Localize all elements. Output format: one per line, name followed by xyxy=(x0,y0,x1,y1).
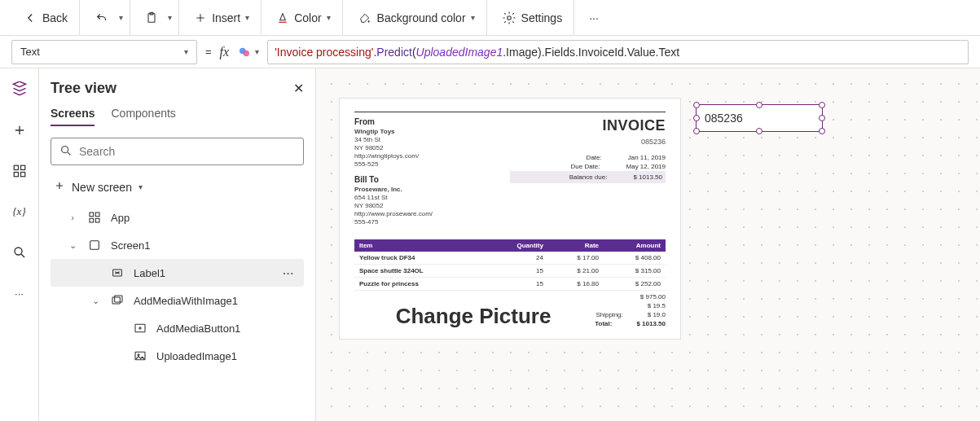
invoice-table: Item Quantity Rate Amount Yellow truck D… xyxy=(354,239,666,291)
tree-node-app[interactable]: › App xyxy=(51,204,304,231)
svg-rect-19 xyxy=(115,296,122,302)
chevron-down-icon[interactable]: ▾ xyxy=(168,13,172,22)
new-screen-button[interactable]: New screen ▾ xyxy=(51,175,304,199)
chevron-down-icon: ▾ xyxy=(184,47,188,56)
chevron-down-icon[interactable]: ⌄ xyxy=(90,296,101,306)
node-label: UploadedImage1 xyxy=(156,350,237,362)
chevron-down-icon[interactable]: ▾ xyxy=(119,13,123,22)
settings-label: Settings xyxy=(521,11,563,24)
close-icon[interactable]: ✕ xyxy=(293,81,304,96)
gear-icon xyxy=(502,11,516,25)
svg-rect-7 xyxy=(20,165,24,169)
rail-search-icon[interactable] xyxy=(7,239,33,265)
tree-node-media-button[interactable]: AddMediaButton1 xyxy=(51,314,304,342)
design-canvas[interactable]: From Wingtip Toys 34 5th St NY 98052 htt… xyxy=(316,68,980,421)
arrow-left-icon xyxy=(23,11,37,25)
resize-handle[interactable] xyxy=(819,128,825,134)
formula-bar: Text ▾ = fx ▾ 'Invoice processing'.Predi… xyxy=(0,36,980,68)
selected-label-text: 085236 xyxy=(705,112,743,125)
tab-screens[interactable]: Screens xyxy=(51,107,94,126)
svg-point-10 xyxy=(15,248,22,255)
resize-handle[interactable] xyxy=(819,115,825,121)
rail-more-icon[interactable]: ··· xyxy=(7,280,33,306)
resize-handle[interactable] xyxy=(756,102,762,108)
screen-icon xyxy=(86,239,103,252)
table-row: Yellow truck DF3424$ 17.00$ 408.00 xyxy=(354,252,666,265)
add-media-icon xyxy=(132,322,148,335)
property-value: Text xyxy=(20,46,40,58)
plus-icon xyxy=(54,180,65,194)
svg-point-11 xyxy=(62,146,68,152)
node-label: AddMediaButton1 xyxy=(156,322,240,335)
resize-handle[interactable] xyxy=(693,115,700,121)
svg-rect-18 xyxy=(112,297,120,304)
node-label: App xyxy=(111,212,130,224)
chevron-down-icon: ▾ xyxy=(138,182,143,191)
invoice-mock[interactable]: From Wingtip Toys 34 5th St NY 98052 htt… xyxy=(339,98,681,340)
tab-components[interactable]: Components xyxy=(111,107,175,126)
formula-input[interactable]: 'Invoice processing'.Predict(UploadedIma… xyxy=(267,40,969,64)
chevron-down-icon: ▾ xyxy=(471,13,475,22)
tree-node-screen[interactable]: ⌄ Screen1 xyxy=(51,231,304,259)
node-label: Screen1 xyxy=(111,239,150,252)
table-row: Space shuttle 324OL15$ 21.00$ 315.00 xyxy=(354,265,666,278)
node-more-icon[interactable]: ··· xyxy=(283,267,294,279)
change-picture-overlay[interactable]: Change Picture xyxy=(354,304,592,329)
svg-rect-8 xyxy=(14,173,18,177)
bill-label: Bill To xyxy=(354,175,510,184)
label-icon xyxy=(109,266,125,279)
left-rail: {x} ··· xyxy=(0,68,39,421)
settings-button[interactable]: Settings xyxy=(497,7,568,29)
resize-handle[interactable] xyxy=(756,128,762,134)
paste-button[interactable] xyxy=(140,7,163,29)
tree-node-label[interactable]: Label1 ··· xyxy=(51,259,304,287)
media-group-icon xyxy=(109,294,125,307)
overflow-button[interactable]: ··· xyxy=(584,8,604,28)
chevron-right-icon[interactable]: › xyxy=(67,213,78,222)
svg-rect-9 xyxy=(20,173,24,177)
search-box[interactable] xyxy=(51,138,304,165)
rail-tree-icon[interactable] xyxy=(7,77,33,103)
rail-data-icon[interactable] xyxy=(7,158,33,184)
back-button[interactable]: Back xyxy=(18,7,73,29)
paint-bucket-icon xyxy=(358,11,372,24)
property-dropdown[interactable]: Text ▾ xyxy=(11,40,197,64)
svg-point-5 xyxy=(244,50,250,56)
search-input[interactable] xyxy=(79,145,295,158)
tree-node-media-group[interactable]: ⌄ AddMediaWithImage1 xyxy=(51,287,304,314)
copilot-icon[interactable]: ▾ xyxy=(237,45,259,59)
selected-label-control[interactable]: 085236 xyxy=(696,104,823,132)
invoice-title: INVOICE xyxy=(510,117,666,134)
resize-handle[interactable] xyxy=(819,102,825,108)
svg-rect-14 xyxy=(90,218,94,222)
back-label: Back xyxy=(42,11,68,24)
bgcolor-button[interactable]: Background color ▾ xyxy=(353,8,480,28)
rail-vars-icon[interactable]: {x} xyxy=(7,199,33,225)
node-label: Label1 xyxy=(134,267,165,279)
rail-add-icon[interactable] xyxy=(7,117,33,143)
insert-button[interactable]: Insert ▾ xyxy=(189,8,254,28)
undo-button[interactable] xyxy=(90,7,114,29)
chevron-down-icon: ▾ xyxy=(255,47,259,56)
chevron-down-icon: ▾ xyxy=(245,13,249,22)
color-button[interactable]: Color ▾ xyxy=(271,8,335,28)
invoice-id: 085236 xyxy=(641,138,666,146)
resize-handle[interactable] xyxy=(693,128,700,134)
table-row: Puzzle for princess15$ 16.80$ 252.00 xyxy=(354,278,666,291)
svg-rect-15 xyxy=(95,218,99,222)
fx-icon[interactable]: fx xyxy=(220,45,230,59)
plus-icon xyxy=(194,11,207,24)
tree-node-uploaded-image[interactable]: UploadedImage1 xyxy=(51,342,304,370)
tree-panel: Tree view ✕ Screens Components New scree… xyxy=(39,68,316,421)
app-icon xyxy=(86,211,103,224)
node-label: AddMediaWithImage1 xyxy=(134,295,238,307)
svg-rect-6 xyxy=(14,165,18,169)
resize-handle[interactable] xyxy=(693,102,700,108)
svg-rect-13 xyxy=(95,213,99,217)
bgcolor-label: Background color xyxy=(377,11,466,24)
new-screen-label: New screen xyxy=(72,181,132,194)
tree-title: Tree view xyxy=(51,80,116,97)
chevron-down-icon[interactable]: ⌄ xyxy=(67,240,78,251)
equals-sign: = xyxy=(205,46,212,58)
search-icon xyxy=(59,144,73,160)
